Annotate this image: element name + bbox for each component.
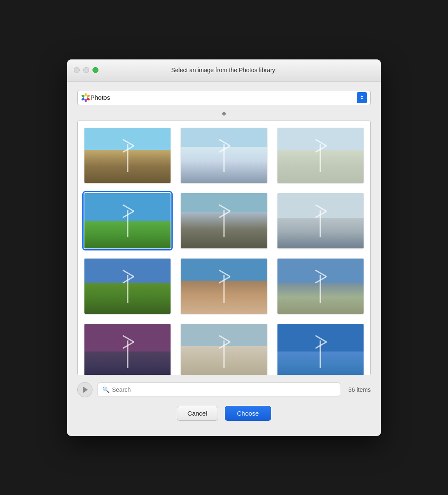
arrow-down-icon xyxy=(360,98,364,99)
image-thumbnail-6 xyxy=(277,193,364,248)
button-row: Cancel Choose xyxy=(77,401,371,428)
image-thumbnail-3 xyxy=(277,128,364,183)
image-cell-5[interactable] xyxy=(181,193,267,248)
traffic-lights xyxy=(74,67,98,73)
cancel-button[interactable]: Cancel xyxy=(177,406,218,421)
dialog-window: Select an image from the Photos library:… xyxy=(67,59,381,436)
image-cell-9[interactable] xyxy=(277,259,364,314)
items-count: 56 items xyxy=(345,386,371,393)
image-cell-6[interactable] xyxy=(277,193,364,248)
scroll-dot-mark xyxy=(222,112,226,115)
image-cell-8[interactable] xyxy=(181,259,267,314)
turbine-icon-5 xyxy=(223,210,224,237)
source-dropdown-button[interactable] xyxy=(357,92,367,103)
minimize-button[interactable] xyxy=(83,67,89,73)
search-icon: 🔍 xyxy=(102,386,109,393)
image-cell-10[interactable] xyxy=(84,324,171,375)
image-cell-2[interactable] xyxy=(181,128,267,183)
search-input[interactable] xyxy=(112,386,336,393)
svg-point-7 xyxy=(84,96,87,99)
image-grid xyxy=(84,128,364,375)
choose-button[interactable]: Choose xyxy=(225,406,272,421)
turbine-icon-6 xyxy=(320,210,321,237)
arrow-up-icon xyxy=(360,96,364,97)
image-grid-container[interactable] xyxy=(77,121,371,375)
image-thumbnail-2 xyxy=(181,128,267,183)
window-title: Select an image from the Photos library: xyxy=(171,67,277,73)
turbine-icon-11 xyxy=(223,340,224,368)
titlebar: Select an image from the Photos library: xyxy=(67,59,381,82)
bottom-bar: 🔍 56 items xyxy=(77,375,371,401)
turbine-icon-1 xyxy=(127,144,128,172)
play-slideshow-button[interactable] xyxy=(77,382,92,397)
play-icon xyxy=(83,386,88,393)
image-cell-4[interactable] xyxy=(84,193,171,248)
turbine-icon-8 xyxy=(223,275,224,303)
scroll-indicator xyxy=(77,110,371,117)
image-thumbnail-9 xyxy=(277,259,364,314)
image-cell-3[interactable] xyxy=(277,128,364,183)
image-cell-1[interactable] xyxy=(84,128,171,183)
image-cell-11[interactable] xyxy=(181,324,267,375)
close-button[interactable] xyxy=(74,67,80,73)
window-content: Photos xyxy=(67,82,381,436)
image-thumbnail-4 xyxy=(84,193,171,248)
image-thumbnail-11 xyxy=(181,324,267,375)
source-selector[interactable]: Photos xyxy=(77,90,371,105)
image-thumbnail-12 xyxy=(277,324,364,375)
image-thumbnail-5 xyxy=(181,193,267,248)
turbine-icon-3 xyxy=(320,144,321,172)
search-field[interactable]: 🔍 xyxy=(98,382,340,397)
turbine-icon-12 xyxy=(320,340,321,368)
photos-icon xyxy=(81,93,90,102)
turbine-icon-9 xyxy=(320,275,321,303)
turbine-icon-4 xyxy=(127,210,128,237)
turbine-icon-2 xyxy=(223,144,224,172)
image-thumbnail-10 xyxy=(84,324,171,375)
image-cell-12[interactable] xyxy=(277,324,364,375)
maximize-button[interactable] xyxy=(92,67,98,73)
turbine-icon-7 xyxy=(127,275,128,303)
turbine-icon-10 xyxy=(127,340,128,368)
image-thumbnail-1 xyxy=(84,128,171,183)
image-thumbnail-7 xyxy=(84,259,171,314)
source-name: Photos xyxy=(90,94,357,101)
image-thumbnail-8 xyxy=(181,259,267,314)
image-cell-7[interactable] xyxy=(84,259,171,314)
